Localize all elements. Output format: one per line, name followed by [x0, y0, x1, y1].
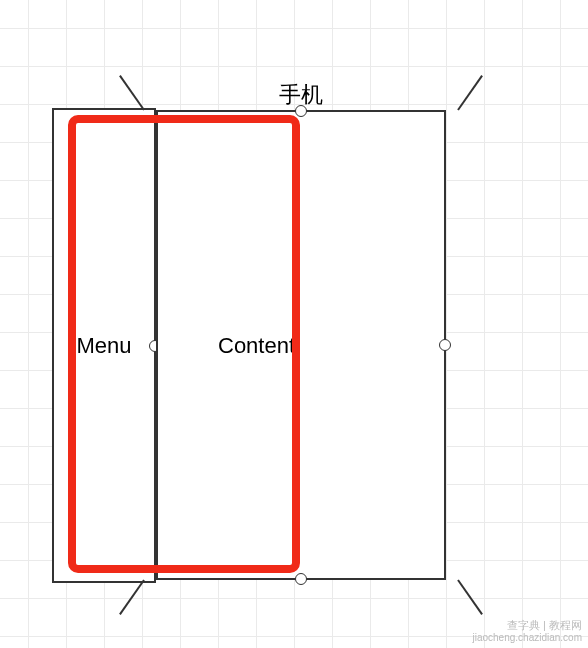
diagram-canvas: Menu 手机 Content	[0, 0, 588, 648]
handle-icon[interactable]	[439, 339, 451, 351]
content-label: Content	[218, 333, 295, 359]
watermark-line2: jiaocheng.chazidian.com	[472, 632, 582, 644]
watermark: 查字典 | 教程网 jiaocheng.chazidian.com	[472, 619, 582, 644]
menu-label: Menu	[76, 333, 131, 359]
corner-tick-icon	[119, 579, 145, 615]
corner-tick-icon	[457, 75, 483, 111]
phone-box[interactable]: 手机	[156, 110, 446, 580]
menu-box[interactable]: Menu	[52, 108, 156, 583]
handle-icon[interactable]	[295, 573, 307, 585]
watermark-line1: 查字典 | 教程网	[472, 619, 582, 632]
corner-tick-icon	[119, 75, 145, 111]
handle-icon[interactable]	[295, 105, 307, 117]
corner-tick-icon	[457, 579, 483, 615]
